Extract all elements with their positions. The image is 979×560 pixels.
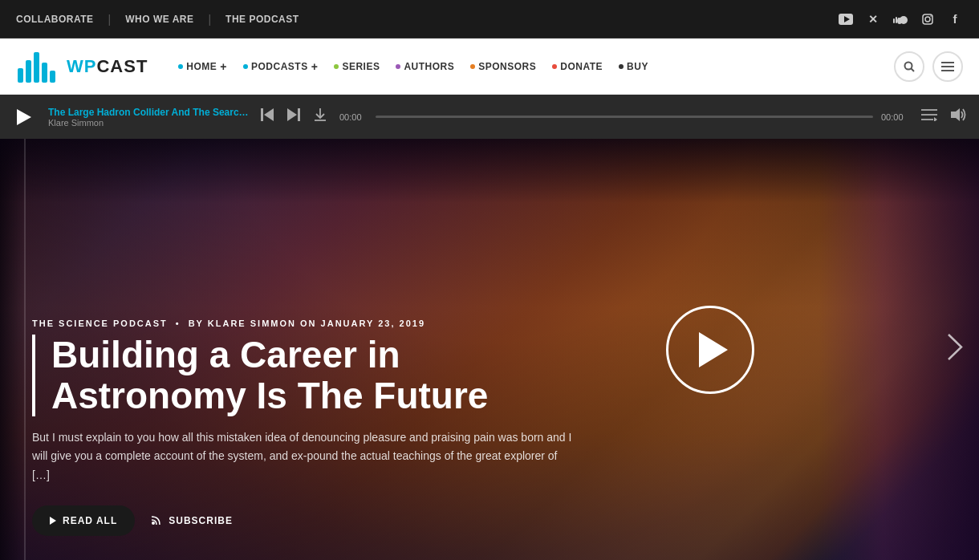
- instagram-icon[interactable]: [920, 11, 936, 27]
- next-track-button[interactable]: [286, 108, 300, 126]
- svg-point-15: [905, 62, 912, 69]
- read-all-button[interactable]: READ ALL: [32, 505, 135, 536]
- audio-player: The Large Hadron Collider And The Searc……: [0, 95, 979, 139]
- menu-item-series[interactable]: SERIES: [327, 61, 386, 72]
- play-triangle-icon: [50, 517, 56, 525]
- track-title: The Large Hadron Collider And The Searc…: [48, 107, 249, 118]
- svg-rect-10: [18, 68, 23, 83]
- menu-dot-donate: [552, 64, 557, 69]
- svg-marker-24: [287, 108, 297, 121]
- svg-point-8: [925, 17, 930, 22]
- svg-rect-21: [261, 108, 263, 121]
- collaborate-link[interactable]: COLLABORATE: [16, 14, 108, 25]
- hero-play-button[interactable]: [666, 306, 754, 394]
- menu-dot-sponsors: [470, 64, 475, 69]
- hero-meta-text: BY KLARE SIMMON ON JANUARY 23, 2019: [189, 319, 425, 328]
- menu-item-sponsors[interactable]: SPONSORS: [464, 61, 542, 72]
- main-nav-right: [894, 51, 963, 82]
- logo-cast: CAST: [96, 56, 148, 76]
- hero-buttons: READ ALL SUBSCRIBE: [32, 505, 947, 536]
- hero-title: Building a Career in Astronomy Is The Fu…: [32, 335, 594, 416]
- svg-rect-13: [42, 63, 47, 83]
- player-play-button[interactable]: [12, 109, 36, 125]
- top-navigation: COLLABORATE | WHO WE ARE | THE PODCAST ✕: [0, 0, 979, 39]
- search-button[interactable]: [894, 51, 924, 82]
- previous-track-button[interactable]: [261, 108, 275, 126]
- next-slide-button[interactable]: [947, 333, 963, 367]
- twitter-icon[interactable]: ✕: [865, 11, 881, 27]
- svg-rect-5: [896, 17, 897, 23]
- playlist-button[interactable]: [921, 108, 937, 125]
- svg-rect-14: [50, 71, 55, 83]
- svg-rect-6: [898, 18, 900, 23]
- svg-line-16: [912, 68, 915, 71]
- svg-marker-22: [264, 108, 274, 121]
- svg-point-32: [152, 521, 155, 525]
- volume-button[interactable]: [949, 108, 967, 126]
- menu-item-home[interactable]: HOME +: [172, 60, 234, 73]
- svg-point-9: [930, 15, 932, 17]
- time-elapsed: 00:00: [339, 112, 368, 122]
- subscribe-label: SUBSCRIBE: [169, 515, 233, 526]
- menu-item-podcasts[interactable]: PODCASTS +: [237, 60, 324, 73]
- menu-dot-series: [334, 64, 339, 69]
- top-nav-links: COLLABORATE | WHO WE ARE | THE PODCAST: [16, 13, 314, 26]
- logo-bars-icon: [16, 48, 60, 84]
- svg-rect-11: [26, 60, 31, 83]
- menu-item-buy[interactable]: BUY: [612, 61, 655, 72]
- hero-category-meta: THE SCIENCE PODCAST • BY KLARE SIMMON ON…: [32, 319, 947, 328]
- player-controls: [261, 108, 327, 126]
- hero-category-text: THE SCIENCE PODCAST: [32, 319, 168, 328]
- download-button[interactable]: [313, 108, 327, 126]
- social-links: ✕ f: [838, 11, 963, 27]
- track-info: The Large Hadron Collider And The Searc……: [48, 107, 249, 128]
- svg-rect-4: [893, 18, 895, 23]
- menu-dot-buy: [619, 64, 624, 69]
- time-total: 00:00: [881, 112, 909, 122]
- menu-dot-authors: [396, 64, 400, 69]
- youtube-icon[interactable]: [838, 11, 854, 27]
- rss-icon: [151, 514, 162, 528]
- who-we-are-link[interactable]: WHO WE ARE: [111, 14, 208, 25]
- svg-rect-23: [298, 108, 300, 121]
- hero-play-triangle-icon: [699, 332, 728, 367]
- progress-bar[interactable]: [376, 116, 873, 118]
- main-menu: HOME + PODCASTS + SERIES AUTHORS SPONSOR…: [172, 60, 894, 73]
- menu-item-authors[interactable]: AUTHORS: [389, 61, 461, 72]
- subscribe-button[interactable]: SUBSCRIBE: [151, 514, 233, 528]
- hero-description: But I must explain to you how all this m…: [32, 428, 578, 485]
- svg-rect-12: [34, 52, 39, 83]
- soundcloud-icon[interactable]: [892, 11, 908, 27]
- svg-marker-31: [951, 108, 960, 121]
- menu-item-donate[interactable]: DONATE: [546, 61, 609, 72]
- menu-toggle-button[interactable]: [932, 51, 963, 82]
- svg-marker-30: [934, 117, 937, 121]
- menu-dot-podcasts: [243, 64, 248, 69]
- track-author: Klare Simmon: [48, 118, 249, 128]
- hero-content: THE SCIENCE PODCAST • BY KLARE SIMMON ON…: [0, 139, 979, 560]
- progress-area: 00:00 00:00: [339, 112, 909, 122]
- the-podcast-link[interactable]: THE PODCAST: [211, 14, 314, 25]
- logo-wp: WP: [67, 56, 96, 76]
- facebook-icon[interactable]: f: [947, 11, 963, 27]
- read-all-label: READ ALL: [63, 515, 117, 526]
- logo-text: WPCAST: [67, 56, 148, 77]
- svg-marker-20: [17, 109, 31, 125]
- site-logo[interactable]: WPCAST: [16, 48, 148, 84]
- hero-section: THE SCIENCE PODCAST • BY KLARE SIMMON ON…: [0, 139, 979, 560]
- main-navigation: WPCAST HOME + PODCASTS + SERIES AUTHORS …: [0, 39, 979, 95]
- menu-dot-home: [178, 64, 183, 69]
- category-separator: •: [176, 319, 181, 328]
